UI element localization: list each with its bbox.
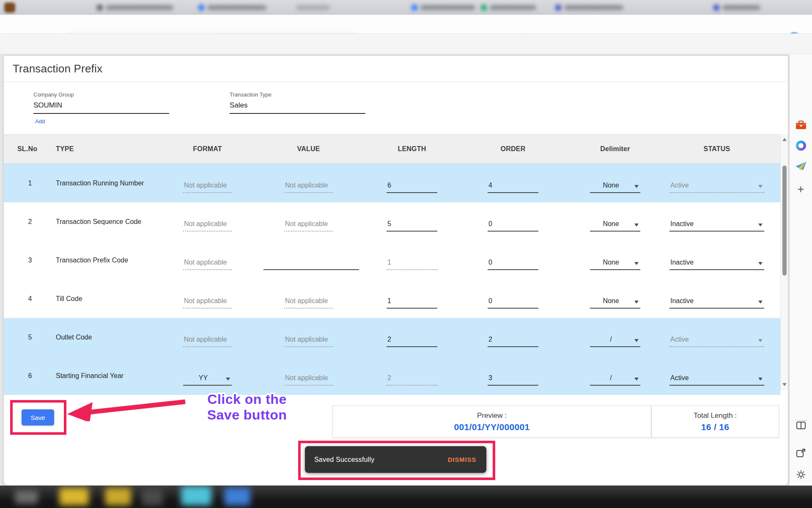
toolbox-icon[interactable]: [796, 120, 807, 130]
total-length-label: Total Length :: [694, 411, 737, 420]
length-input[interactable]: 5: [387, 220, 437, 232]
type-cell: Transaction Prefix Code: [56, 241, 128, 279]
order-input[interactable]: 2: [488, 336, 538, 347]
order-input[interactable]: 4: [488, 182, 538, 193]
company-group-field: Company Group SOUMIN: [33, 91, 169, 114]
status-value: Inactive: [670, 259, 694, 266]
title-bar: Transaction Prefix: [4, 56, 788, 82]
browser-tab-strip[interactable]: [0, 0, 812, 15]
taskbar-icon-blur: [224, 488, 250, 505]
page-title: Transaction Prefix: [13, 62, 102, 75]
transaction-type-field: Transaction Type Sales: [230, 91, 365, 114]
transaction-type-input[interactable]: Sales: [230, 101, 365, 114]
value-field: Not applicable: [284, 182, 333, 193]
settings-gear-icon[interactable]: [796, 470, 806, 479]
status-select[interactable]: Inactive: [669, 220, 764, 232]
copilot-icon[interactable]: [796, 141, 806, 151]
format-field: Not applicable: [183, 182, 232, 193]
split-screen-icon[interactable]: [796, 422, 806, 429]
slno-cell: 2: [17, 202, 43, 241]
length-input[interactable]: 2: [387, 336, 437, 347]
order-input[interactable]: 0: [488, 259, 538, 270]
header-format: FORMAT: [183, 135, 232, 163]
delimiter-select[interactable]: None: [590, 182, 640, 193]
header-value: VALUE: [284, 135, 333, 163]
table-header-row: SL.No TYPE FORMAT VALUE LENGTH ORDER Del…: [4, 134, 780, 164]
status-value: Active: [670, 336, 689, 343]
delimiter-select[interactable]: /: [590, 374, 640, 386]
company-group-input[interactable]: SOUMIN: [33, 101, 169, 114]
scrollbar-up-arrow-icon[interactable]: [782, 138, 787, 141]
add-link[interactable]: Add: [35, 118, 45, 124]
tab-favicon: [198, 4, 205, 11]
prefix-table: SL.No TYPE FORMAT VALUE LENGTH ORDER Del…: [4, 134, 780, 391]
header-slno: SL.No: [17, 135, 43, 163]
order-input[interactable]: 0: [488, 220, 538, 232]
table-row: 4 Till Code Not applicable Not applicabl…: [4, 279, 780, 318]
length-input: 1: [387, 259, 437, 270]
browser-bookmarks-bar[interactable]: [0, 34, 812, 54]
type-cell: Till Code: [56, 279, 82, 318]
format-field: Not applicable: [183, 297, 232, 309]
taskbar[interactable]: [0, 486, 812, 508]
tab-title-blur: [420, 5, 475, 10]
scrollbar-thumb[interactable]: [782, 166, 787, 276]
taskbar-icon-blur: [15, 490, 38, 504]
scrollbar-down-arrow-icon[interactable]: [782, 383, 787, 386]
status-select[interactable]: Active: [669, 374, 764, 386]
browser-app-icon: [4, 3, 15, 13]
browser-address-bar[interactable]: [0, 15, 812, 34]
taskbar-icon-blur: [59, 488, 89, 505]
chevron-down-icon: [226, 378, 230, 381]
send-plane-icon[interactable]: [796, 162, 807, 171]
status-select[interactable]: Inactive: [669, 297, 764, 309]
slno-cell: 6: [17, 356, 43, 395]
value-field: Not applicable: [284, 336, 333, 347]
delimiter-value: None: [603, 297, 619, 304]
content-panel: Transaction Prefix Company Group SOUMIN …: [3, 55, 788, 486]
length-input: 2: [387, 374, 437, 386]
preview-value: 001/01/YY/000001: [454, 422, 530, 432]
slno-cell: 4: [17, 279, 43, 318]
toast-dismiss-button[interactable]: DISMISS: [448, 456, 476, 463]
tab-title-blur: [106, 5, 173, 10]
delimiter-select[interactable]: None: [590, 297, 640, 309]
status-value: Active: [670, 182, 689, 189]
chevron-down-icon: [634, 224, 639, 226]
annotation-line-1: Click on the: [190, 392, 304, 407]
status-select[interactable]: Inactive: [669, 259, 764, 270]
table-scrollbar[interactable]: [780, 134, 788, 391]
slno-cell: 3: [17, 241, 43, 279]
value-input[interactable]: [263, 262, 359, 270]
preview-panel: Preview : 001/01/YY/000001 Total Length …: [332, 406, 779, 438]
preview-section: Preview : 001/01/YY/000001: [333, 406, 651, 437]
order-input[interactable]: 0: [488, 297, 538, 309]
save-button[interactable]: Save: [22, 409, 54, 425]
format-select[interactable]: YY: [183, 374, 232, 386]
header-delimiter: Delimiter: [590, 135, 640, 163]
preview-label: Preview :: [477, 411, 507, 420]
format-field: Not applicable: [183, 259, 232, 270]
tab-favicon: [96, 4, 103, 11]
plus-icon[interactable]: +: [797, 183, 804, 195]
status-value: Inactive: [670, 297, 694, 304]
order-input[interactable]: 3: [488, 374, 538, 386]
format-field: Not applicable: [183, 336, 232, 347]
delimiter-select[interactable]: None: [590, 220, 640, 232]
chevron-down-icon: [634, 339, 639, 342]
screenshot-share-icon[interactable]: [796, 449, 806, 457]
chevron-down-icon: [634, 378, 639, 381]
chevron-down-icon: [758, 301, 763, 304]
tab-favicon: [411, 4, 418, 11]
value-field: Not applicable: [284, 297, 333, 309]
annotation-text: Click on the Save button: [190, 392, 304, 423]
status-select: Active: [669, 336, 764, 347]
chevron-down-icon: [758, 262, 763, 265]
delimiter-select[interactable]: None: [590, 259, 640, 270]
taskbar-icon-blur: [105, 488, 131, 505]
length-input[interactable]: 1: [387, 297, 437, 309]
delimiter-select[interactable]: /: [590, 336, 640, 347]
length-input[interactable]: 6: [387, 182, 437, 193]
chevron-down-icon: [634, 185, 639, 188]
table-row: 3 Transaction Prefix Code Not applicable…: [4, 241, 780, 279]
